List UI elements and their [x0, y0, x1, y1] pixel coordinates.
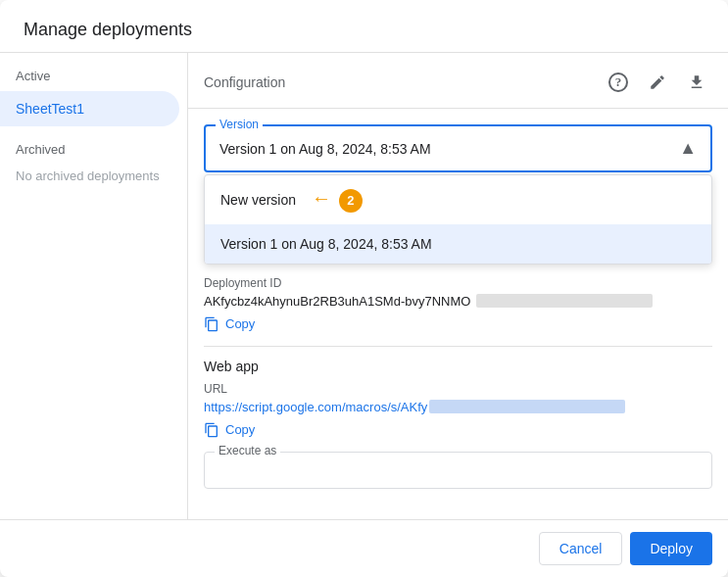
- download-button[interactable]: [681, 67, 712, 98]
- pencil-icon: [649, 73, 666, 91]
- dialog-header: Manage deployments: [0, 0, 728, 53]
- url-blurred: [429, 400, 625, 413]
- url-value: https://script.google.com/macros/s/AKfy: [204, 400, 712, 414]
- no-archived-message: No archived deployments: [0, 165, 187, 191]
- sidebar-item-sheettest1[interactable]: SheetTest1: [0, 91, 179, 126]
- version-field-label: Version: [216, 118, 263, 131]
- deployment-id-label: Deployment ID: [204, 276, 712, 290]
- archived-section-label: Archived: [0, 126, 187, 165]
- configuration-label: Configuration: [204, 74, 285, 90]
- annotation-2-circle: 2: [339, 189, 363, 213]
- version-selected-text: Version 1 on Aug 8, 2024, 8:53 AM: [219, 141, 431, 157]
- copy-deployment-id-button[interactable]: Copy: [204, 314, 255, 334]
- version-field: Version Version 1 on Aug 8, 2024, 8:53 A…: [204, 124, 712, 172]
- version1-label: Version 1 on Aug 8, 2024, 8:53 AM: [220, 236, 432, 252]
- deployment-id-value: AKfycbz4kAhynuBr2RB3uhA1SMd-bvy7NNMO: [204, 294, 712, 309]
- copy-label-1: Copy: [225, 316, 255, 331]
- execute-as-label: Execute as: [215, 444, 280, 457]
- annotation-2-arrow: ←: [312, 187, 331, 209]
- url-label: URL: [204, 382, 712, 396]
- copy-label-2: Copy: [225, 422, 255, 437]
- url-text: https://script.google.com/macros/s/AKfy: [204, 400, 427, 414]
- main-header: Configuration 1 ➔ ?: [188, 53, 728, 109]
- section-divider: [204, 346, 712, 347]
- sidebar: Active SheetTest1 Archived No archived d…: [0, 53, 188, 519]
- manage-deployments-dialog: Manage deployments Active SheetTest1 Arc…: [0, 0, 728, 577]
- dropdown-item-new-version[interactable]: New version ← 2: [205, 175, 711, 224]
- dialog-footer: Cancel Deploy: [0, 519, 728, 577]
- header-icons: 1 ➔ ?: [603, 67, 712, 98]
- main-content: Configuration 1 ➔ ?: [188, 53, 728, 519]
- version-select-row[interactable]: Version 1 on Aug 8, 2024, 8:53 AM ▲: [206, 126, 710, 170]
- dropdown-item-version1[interactable]: Version 1 on Aug 8, 2024, 8:53 AM: [205, 224, 711, 264]
- content-area: Version Version 1 on Aug 8, 2024, 8:53 A…: [188, 109, 728, 519]
- download-icon: [688, 73, 705, 91]
- deploy-button[interactable]: Deploy: [630, 532, 712, 565]
- deployment-id-blurred: [476, 294, 653, 308]
- edit-button[interactable]: [642, 67, 673, 98]
- dropdown-arrow-annotation: ← 2: [312, 187, 363, 213]
- active-section-label: Active: [0, 53, 187, 91]
- copy-url-button[interactable]: Copy: [204, 420, 255, 440]
- cancel-button[interactable]: Cancel: [539, 532, 623, 565]
- chevron-up-icon: ▲: [679, 138, 697, 159]
- execute-as-content: [217, 460, 700, 480]
- deployment-id-section: Deployment ID AKfycbz4kAhynuBr2RB3uhA1SM…: [204, 264, 712, 346]
- web-app-section: Web app URL https://script.google.com/ma…: [204, 359, 712, 440]
- copy-icon-2: [204, 422, 219, 438]
- new-version-label: New version: [220, 192, 296, 208]
- execute-as-section: Execute as: [204, 452, 712, 489]
- version-dropdown-menu: New version ← 2 Version 1 on Aug 8, 2024…: [204, 174, 712, 264]
- copy-icon-1: [204, 316, 219, 332]
- web-app-title: Web app: [204, 359, 712, 374]
- help-button[interactable]: ?: [603, 67, 634, 98]
- help-icon: ?: [608, 72, 628, 92]
- dialog-title: Manage deployments: [24, 20, 192, 39]
- dialog-body: Active SheetTest1 Archived No archived d…: [0, 53, 728, 519]
